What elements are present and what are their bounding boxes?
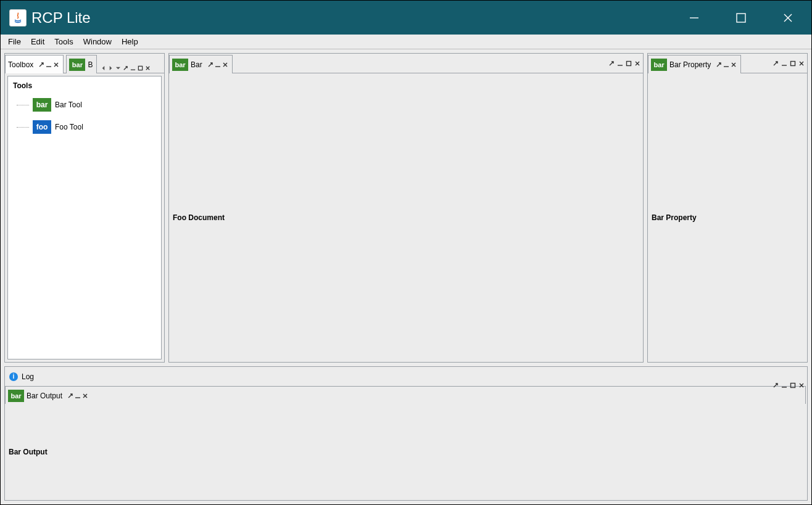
menu-window[interactable]: Window	[78, 36, 117, 47]
close-icon[interactable]	[82, 393, 88, 399]
tab-toolbox-label: Toolbox	[8, 60, 33, 69]
editor-panel: bar Bar	[168, 53, 644, 363]
tab-bar-output[interactable]: bar Bar Output	[5, 386, 806, 404]
output-panel: i Log bar Bar Output	[4, 366, 808, 501]
bar-icon: bar	[172, 59, 188, 71]
bar-icon: bar	[651, 59, 667, 71]
row-top: Toolbox bar B	[4, 53, 808, 363]
tab-bar-property[interactable]: bar Bar Property	[648, 55, 741, 73]
tab-log-label: Log	[22, 372, 34, 381]
tree-node-foo[interactable]: foo Foo Tool	[13, 116, 156, 138]
tree-branch-icon	[17, 105, 29, 105]
property-panel: bar Bar Property	[647, 53, 808, 363]
close-icon[interactable]	[731, 62, 737, 68]
bar-icon: bar	[69, 59, 85, 71]
minimize-icon[interactable]	[75, 393, 81, 399]
maximize-icon[interactable]	[138, 65, 143, 71]
tool-tree: Tools bar Bar Tool foo Foo Tool	[8, 76, 161, 143]
dropdown-icon[interactable]	[115, 65, 121, 71]
minimize-icon[interactable]	[781, 382, 787, 388]
app-window: RCP Lite File Edit Tools Window Help Too…	[0, 0, 812, 505]
close-button[interactable]	[764, 1, 811, 35]
bar-icon: bar	[8, 390, 24, 402]
svg-rect-29	[791, 384, 795, 388]
scroll-right-icon[interactable]	[108, 65, 114, 71]
detach-icon[interactable]	[67, 393, 73, 399]
info-icon: i	[9, 372, 18, 381]
maximize-button[interactable]	[718, 1, 764, 35]
editor-body-label: Foo Document	[173, 213, 225, 222]
close-icon[interactable]	[145, 65, 151, 71]
minimize-icon[interactable]	[617, 60, 623, 67]
toolbox-body: Tools bar Bar Tool foo Foo Tool	[7, 76, 162, 359]
property-pane-controls	[773, 60, 805, 67]
toolbox-panel: Toolbox bar B	[4, 53, 165, 363]
tab-log[interactable]: i Log	[5, 367, 806, 385]
minimize-icon[interactable]	[46, 62, 52, 68]
tab-nav-controls	[101, 65, 151, 73]
property-body: Bar Property	[648, 73, 807, 362]
editor-pane-controls	[608, 60, 640, 67]
detach-icon[interactable]	[123, 65, 128, 71]
detach-icon[interactable]	[38, 62, 44, 68]
minimize-icon[interactable]	[130, 65, 136, 71]
menubar: File Edit Tools Window Help	[1, 35, 811, 49]
svg-rect-8	[139, 66, 143, 70]
close-icon[interactable]	[798, 60, 805, 67]
close-icon[interactable]	[53, 62, 59, 68]
menu-edit[interactable]: Edit	[26, 36, 49, 47]
java-icon	[9, 9, 27, 27]
output-body: Bar Output	[5, 404, 807, 500]
close-icon[interactable]	[798, 382, 805, 388]
menu-file[interactable]: File	[3, 36, 26, 47]
svg-rect-22	[791, 61, 795, 65]
bar-icon: bar	[33, 98, 51, 112]
foo-icon: foo	[33, 120, 51, 134]
minimize-button[interactable]	[671, 1, 718, 35]
svg-rect-15	[627, 61, 631, 65]
tab-b-label: B	[88, 60, 93, 69]
menu-tools[interactable]: Tools	[49, 36, 78, 47]
menu-help[interactable]: Help	[117, 36, 143, 47]
detach-icon[interactable]	[716, 62, 722, 68]
tab-bar-editor[interactable]: bar Bar	[169, 55, 233, 73]
minimize-icon[interactable]	[723, 62, 729, 68]
output-pane-controls	[773, 382, 805, 388]
tool-tree-header: Tools	[13, 81, 156, 90]
editor-body: Foo Document	[169, 73, 643, 362]
tab-b[interactable]: bar B	[66, 55, 97, 73]
app-title: RCP Lite	[31, 9, 91, 27]
detach-icon[interactable]	[773, 60, 779, 67]
titlebar: RCP Lite	[1, 1, 811, 35]
maximize-icon[interactable]	[626, 60, 632, 67]
close-icon[interactable]	[634, 60, 640, 67]
close-icon[interactable]	[222, 62, 228, 68]
minimize-icon[interactable]	[781, 60, 787, 67]
tab-toolbox[interactable]: Toolbox	[5, 55, 64, 73]
tree-node-label: Bar Tool	[55, 101, 82, 109]
detach-icon[interactable]	[608, 60, 615, 67]
tab-bar-output-label: Bar Output	[27, 392, 62, 400]
detach-icon[interactable]	[207, 62, 213, 68]
svg-rect-1	[737, 14, 745, 22]
workarea: Toolbox bar B	[1, 49, 811, 504]
output-body-label: Bar Output	[9, 448, 48, 456]
scroll-left-icon[interactable]	[101, 65, 106, 71]
tree-node-bar[interactable]: bar Bar Tool	[13, 94, 156, 116]
detach-icon[interactable]	[773, 382, 779, 388]
minimize-icon[interactable]	[215, 62, 221, 68]
tree-node-label: Foo Tool	[55, 123, 83, 131]
tab-bar-property-label: Bar Property	[669, 60, 711, 69]
property-body-label: Bar Property	[652, 213, 697, 222]
tree-branch-icon	[17, 127, 29, 128]
maximize-icon[interactable]	[790, 382, 796, 388]
maximize-icon[interactable]	[790, 60, 796, 67]
tab-bar-editor-label: Bar	[191, 60, 202, 69]
